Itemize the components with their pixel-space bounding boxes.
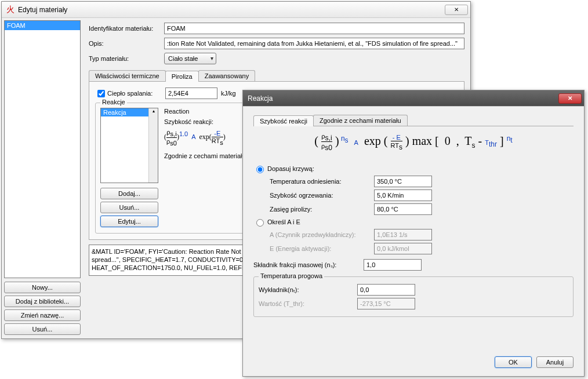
a-factor-label: A (Czynnik przedwykładniczy): [270,231,374,238]
reaction-dialog: Reakcja ✕ Szybkość reakcji Zgodnie z cec… [242,90,585,377]
ref-temp-input[interactable] [374,176,432,187]
pyro-range-label: Zasięg pirolizy: [270,206,374,213]
heating-rate-label: Szybkość ogrzewania: [270,192,374,199]
rate-formula: ( ρs,iρs0 ) ns A exp ( - ERTs ) max [ 0 … [253,126,574,162]
nt-label: Wykładnik(nₜ): [259,286,357,294]
specify-ae-radio[interactable] [256,219,264,227]
fit-curve-radio[interactable] [256,166,264,173]
titlebar: Reakcja ✕ [243,90,584,107]
e-activation-label: E (Energia aktywacji): [270,245,374,252]
consistent-label: Zgodnie z cechami materiału: [164,152,248,159]
ok-button[interactable]: OK [495,356,532,368]
rate-label: Szybkość reakcji: [164,118,248,125]
reactions-list[interactable]: Reakcja [100,108,158,183]
tab-consistent[interactable]: Zgodnie z cechami materiału [313,115,408,126]
material-item[interactable]: FOAM [5,21,80,30]
window-title: Edytuj materiały [18,6,444,14]
pyro-range-input[interactable] [374,203,432,215]
tab-pyrolysis[interactable]: Piroliza [165,71,199,82]
desc-input[interactable] [164,38,464,49]
ns-input[interactable] [364,259,422,271]
heat-combustion-checkbox[interactable] [97,90,105,97]
add-from-library-button[interactable]: Dodaj z biblioteki... [4,296,81,307]
desc-label: Opis: [89,40,164,47]
type-label: Typ materiału: [89,55,164,62]
threshold-legend: Temperatura progowa [259,272,324,279]
titlebar: 火 Edytuj materiały ✕ [2,2,470,18]
heat-combustion-label: Ciepło spalania: [107,90,165,97]
remove-reaction-button[interactable]: Usuń... [100,202,158,213]
scrollbar[interactable] [148,108,158,183]
tthr-label: Wartość (T_thr): [259,300,357,307]
delete-button[interactable]: Usuń... [4,323,81,335]
cancel-button[interactable]: Anuluj [536,356,574,368]
close-button[interactable]: ✕ [558,93,582,104]
heat-unit: kJ/kg [221,90,236,97]
tab-thermal[interactable]: Właściwości termiczne [89,70,166,81]
fit-curve-label: Dopasuj krzywą: [267,165,314,172]
edit-reaction-button[interactable]: Edytuj... [100,216,158,227]
nt-input[interactable] [357,284,415,296]
id-label: Identyfikator materiału: [89,25,164,32]
close-button[interactable]: ✕ [445,5,468,15]
fire-icon: 火 [6,5,14,15]
tab-advanced[interactable]: Zaawansowany [198,70,255,81]
e-activation-input [374,243,432,254]
specify-ae-label: Określ A i E [267,218,300,225]
mini-formula: (ρs,iρs0)1.0 A exp(-ERTs) [164,129,248,147]
a-factor-input [374,229,432,240]
ref-temp-label: Temperatura odniesienia: [270,178,374,185]
reaction-item[interactable]: Reakcja [101,108,148,116]
new-button[interactable]: Nowy... [4,282,81,293]
tab-rate[interactable]: Szybkość reakcji [253,115,314,126]
reaction-header: Reaction [164,108,248,115]
rename-button[interactable]: Zmień nazwę... [4,309,81,321]
tthr-input [357,298,415,309]
ns-label: Składnik frakcji masowej (nₛ): [253,261,364,269]
dialog-title: Reakcja [248,94,557,103]
reactions-legend: Reakcje [100,99,127,105]
id-input[interactable] [164,23,464,34]
heating-rate-input[interactable] [374,190,432,201]
type-select[interactable]: Ciało stałe [164,53,216,64]
heat-combustion-input[interactable] [165,88,217,99]
add-reaction-button[interactable]: Dodaj... [100,188,158,199]
materials-list[interactable]: FOAM [4,20,81,278]
materials-sidebar: FOAM Nowy... Dodaj z biblioteki... Zmień… [2,18,83,338]
